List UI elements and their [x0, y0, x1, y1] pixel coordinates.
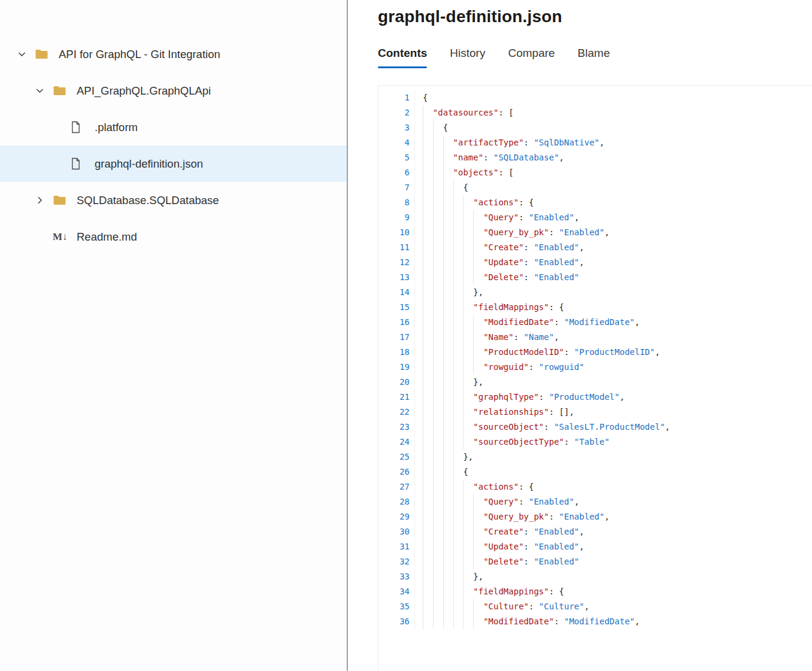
tab-contents[interactable]: Contents	[378, 47, 427, 68]
line-number: 22	[378, 405, 410, 420]
code-line: 36"ModifiedDate": "ModifiedDate",	[378, 614, 812, 629]
line-number: 7	[378, 180, 410, 195]
code-line-content: {	[414, 120, 448, 135]
line-number: 32	[378, 554, 410, 569]
tree-item-api-for-graphql-git-integration[interactable]: API for GraphQL - Git Integration	[0, 36, 347, 72]
tab-history[interactable]: History	[450, 47, 485, 68]
line-number: 24	[378, 435, 410, 450]
code-line-content: "Query_by_pk": "Enabled",	[414, 225, 610, 240]
indent-guides	[423, 180, 463, 195]
code-line: 10"Query_by_pk": "Enabled",	[378, 225, 812, 240]
code-line-content: "Create": "Enabled",	[414, 524, 584, 539]
file-icon	[71, 157, 92, 170]
code-line-content: "sourceObjectType": "Table"	[414, 435, 610, 450]
code-line: 35"Culture": "Culture",	[378, 599, 812, 614]
line-number: 20	[378, 375, 410, 390]
line-number: 36	[378, 614, 410, 629]
code-line-content: "name": "SQLDatabase",	[414, 150, 564, 165]
code-line-content: "ModifiedDate": "ModifiedDate",	[414, 614, 640, 629]
code-line-content: "sourceObject": "SalesLT.ProductModel",	[414, 420, 670, 435]
tree-item-platform[interactable]: .platform	[0, 109, 347, 145]
line-number: 3	[378, 120, 410, 135]
code-line: 12"Update": "Enabled",	[378, 255, 812, 270]
code-line-content: "Delete": "Enabled"	[414, 554, 579, 569]
code-line: 8"actions": {	[378, 195, 812, 210]
tree-item-graphql-definition-json[interactable]: graphql-definition.json	[0, 145, 347, 182]
indent-guides	[423, 524, 483, 539]
page-title: graphql-definition.json	[378, 7, 812, 26]
code-line: 14},	[378, 285, 812, 300]
code-line-content: "Update": "Enabled",	[414, 539, 584, 554]
code-line-content: "graphqlType": "ProductModel",	[414, 390, 625, 405]
tree-item-api-graphql-graphqlapi[interactable]: API_GraphQL.GraphQLApi	[0, 72, 347, 109]
code-line-content: },	[414, 569, 483, 584]
folder-icon	[35, 48, 56, 60]
line-number: 29	[378, 509, 410, 524]
code-line: 6"objects": [	[378, 165, 812, 180]
code-line: 3{	[378, 120, 812, 135]
sidebar: API for GraphQL - Git IntegrationAPI_Gra…	[0, 0, 348, 671]
indent-guides	[423, 614, 483, 629]
indent-guides	[423, 464, 463, 479]
line-number: 21	[378, 390, 410, 405]
code-line-content: {	[414, 464, 468, 479]
line-number: 6	[378, 165, 410, 180]
code-line-content: "Query": "Enabled",	[414, 494, 579, 509]
line-number: 27	[378, 479, 410, 494]
chevron-right-icon[interactable]	[35, 195, 53, 205]
code-line: 27"actions": {	[378, 479, 812, 494]
tree-item-label: graphql-definition.json	[95, 157, 203, 171]
line-number: 16	[378, 315, 410, 330]
code-line-content: "datasources": [	[414, 105, 514, 120]
indent-guides	[423, 210, 483, 225]
line-number: 33	[378, 569, 410, 584]
tree-item-readme-md[interactable]: M↓Readme.md	[0, 218, 347, 255]
indent-guides	[423, 270, 483, 285]
indent-guides	[423, 150, 453, 165]
code-line: 4"artifactType": "SqlDbNative",	[378, 135, 812, 150]
line-number: 14	[378, 285, 410, 300]
indent-guides	[423, 584, 473, 599]
tab-blame[interactable]: Blame	[578, 47, 610, 68]
code-line: 20},	[378, 375, 812, 390]
code-line: 1{	[378, 90, 812, 105]
code-line-content: "rowguid": "rowguid"	[414, 360, 584, 375]
code-viewer[interactable]: 1{2"datasources": [3{4"artifactType": "S…	[378, 85, 812, 671]
code-lines: 1{2"datasources": [3{4"artifactType": "S…	[378, 90, 812, 629]
tree-item-label: SQLDatabase.SQLDatabase	[77, 194, 219, 207]
chevron-down-icon[interactable]	[17, 49, 35, 59]
indent-guides	[423, 135, 453, 150]
code-line-content: "Delete": "Enabled"	[414, 270, 579, 285]
code-line: 11"Create": "Enabled",	[378, 240, 812, 255]
tree-item-sqldatabase-sqldatabase[interactable]: SQLDatabase.SQLDatabase	[0, 182, 347, 218]
line-number: 2	[378, 105, 410, 120]
main-panel: graphql-definition.json ContentsHistoryC…	[348, 0, 812, 671]
code-line-content: "relationships": [],	[414, 405, 574, 420]
code-line: 18"ProductModelID": "ProductModelID",	[378, 345, 812, 360]
code-line: 13"Delete": "Enabled"	[378, 270, 812, 285]
line-number: 11	[378, 240, 410, 255]
line-number: 13	[378, 270, 410, 285]
line-number: 9	[378, 210, 410, 225]
line-number: 23	[378, 420, 410, 435]
code-line-content: {	[414, 180, 468, 195]
code-line: 7{	[378, 180, 812, 195]
code-line: 21"graphqlType": "ProductModel",	[378, 390, 812, 405]
tree-item-label: .platform	[95, 121, 138, 134]
line-number: 25	[378, 450, 410, 464]
repo-file-viewer: API for GraphQL - Git IntegrationAPI_Gra…	[0, 0, 812, 671]
code-line-content: "actions": {	[414, 195, 534, 210]
code-line-content: "Update": "Enabled",	[414, 255, 584, 270]
chevron-down-icon[interactable]	[35, 86, 53, 96]
tab-compare[interactable]: Compare	[508, 47, 555, 68]
code-line-content: {	[414, 90, 428, 105]
code-line: 28"Query": "Enabled",	[378, 494, 812, 509]
code-line: 31"Update": "Enabled",	[378, 539, 812, 554]
line-number: 5	[378, 150, 410, 165]
tree-item-label: Readme.md	[77, 230, 137, 244]
line-number: 10	[378, 225, 410, 240]
indent-guides	[423, 539, 483, 554]
code-line: 26{	[378, 464, 812, 479]
code-line: 25},	[378, 450, 812, 464]
indent-guides	[423, 300, 473, 315]
